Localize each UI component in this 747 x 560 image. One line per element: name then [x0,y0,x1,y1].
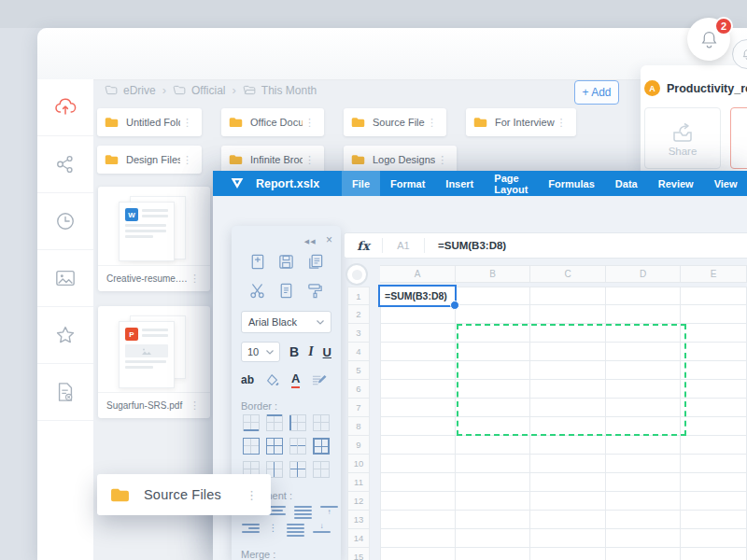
close-panel-icon[interactable]: × [326,233,332,246]
grid-cell[interactable] [456,287,530,305]
strikethrough-button[interactable]: ab [241,373,254,386]
column-header[interactable]: D [606,265,681,283]
folder-chip[interactable]: Logo Designs ⋮ [344,146,457,174]
grid-cell[interactable] [681,399,747,417]
highlighted-action-card[interactable] [730,107,747,169]
column-header[interactable]: C [530,265,606,283]
copy-icon[interactable] [306,253,324,271]
menu-item[interactable]: Format [380,171,435,196]
grid-cell[interactable] [681,343,747,361]
border-style-button[interactable] [289,438,306,455]
row-header[interactable]: 8 [347,417,370,436]
more-icon[interactable]: ⋮ [303,155,317,165]
menu-item[interactable]: Data [605,171,648,196]
add-button[interactable]: + Add [574,80,619,105]
grid-cell[interactable] [681,492,747,511]
row-header[interactable]: 1 [347,287,370,305]
file-card[interactable]: P Sugarfun-SRS.pdf ⋮ [98,306,210,418]
folder-chip[interactable]: Source Files ⋮ [344,108,446,136]
grid-cell[interactable] [681,529,747,548]
paste-icon[interactable] [277,282,295,300]
border-style-button[interactable] [313,461,330,478]
grid-cell[interactable] [530,473,606,492]
grid-cell[interactable] [606,436,681,455]
grid-cell[interactable] [380,361,456,380]
save-icon[interactable] [277,253,295,271]
row-header[interactable]: 10 [347,455,370,473]
grid-cell[interactable] [380,455,456,473]
grid-cell[interactable] [380,380,456,399]
row-header[interactable]: 12 [347,492,370,511]
cut-icon[interactable] [248,282,266,300]
grid-cell[interactable] [530,455,606,473]
grid-cell[interactable] [681,473,747,492]
grid-cell[interactable] [530,492,606,511]
grid-cell[interactable] [681,455,747,473]
sidebar-item-shared[interactable] [37,136,93,193]
grid-cell[interactable] [456,529,530,548]
grid-cell[interactable] [456,511,530,529]
more-icon[interactable]: ⋮ [435,155,449,165]
row-header[interactable]: 14 [347,529,370,548]
grid-cell[interactable] [681,287,747,305]
grid-cell[interactable] [606,305,681,324]
border-style-button[interactable] [289,414,306,431]
align-top-button[interactable]: ↑ [320,506,338,519]
grid-cell[interactable] [380,436,456,455]
share-button[interactable]: Share [644,107,721,169]
grid-cell[interactable] [606,473,681,492]
italic-button[interactable]: I [308,344,313,359]
column-header[interactable]: E [681,265,747,283]
grid-cell[interactable] [380,529,456,548]
grid-cell[interactable] [681,324,747,343]
menu-item[interactable]: Review [648,171,704,196]
grid-cell[interactable] [530,436,606,455]
grid-cell[interactable] [380,473,456,492]
sidebar-item-photos[interactable] [37,250,93,307]
grid-cell[interactable] [380,511,456,529]
more-icon[interactable]: ⋮ [180,155,194,165]
collapse-panel-icon[interactable]: ◀◀ [304,238,317,245]
highlighted-range-b3-d8[interactable] [457,324,686,436]
menu-item[interactable]: Formulas [538,171,605,196]
grid-cell[interactable] [681,548,747,560]
more-icon[interactable]: ⋮ [244,489,260,501]
sidebar-item-starred[interactable] [37,307,93,364]
sidebar-item-recent[interactable] [37,193,93,250]
row-header[interactable]: 4 [347,343,370,361]
grid-cell[interactable] [380,548,456,560]
fill-color-icon[interactable] [265,373,280,387]
border-style-button[interactable] [266,438,283,455]
more-icon[interactable]: ⋮ [303,118,317,128]
sidebar-item-upload[interactable] [37,79,93,136]
cell-reference-box[interactable]: A1 [383,240,424,251]
grid-cell[interactable] [606,492,681,511]
column-header[interactable]: B [456,265,530,283]
font-size-select[interactable]: 10 [241,342,280,362]
fx-icon[interactable]: fx [345,239,382,253]
grid-cell[interactable] [681,511,747,529]
row-header[interactable]: 7 [347,399,370,417]
folder-chip[interactable]: Office Document ⋮ [221,108,324,136]
grid-cell[interactable] [606,511,681,529]
grid-cell[interactable] [530,548,606,560]
row-header[interactable]: 9 [347,436,370,455]
column-header[interactable]: A [380,265,456,283]
select-all-button[interactable] [345,263,368,286]
fill-handle[interactable] [450,301,459,310]
format-painter-icon[interactable] [306,282,324,300]
border-style-button[interactable] [266,414,283,431]
file-card[interactable]: W Creative-resume.docx ⋮ [98,187,210,291]
align-middle-button[interactable]: ⋮ [268,524,278,537]
grid-cell[interactable] [606,455,681,473]
breadcrumb-item-current[interactable]: This Month [243,84,317,97]
grid-cell[interactable] [456,436,530,455]
new-document-icon[interactable] [248,253,266,271]
border-pen-icon[interactable] [311,373,327,387]
row-header[interactable]: 15 [347,548,370,560]
align-right-button[interactable] [242,524,260,537]
grid-cell[interactable] [681,436,747,455]
grid-cell[interactable] [606,548,681,560]
grid-cell[interactable] [530,529,606,548]
breadcrumb-item[interactable]: Official [173,84,225,97]
